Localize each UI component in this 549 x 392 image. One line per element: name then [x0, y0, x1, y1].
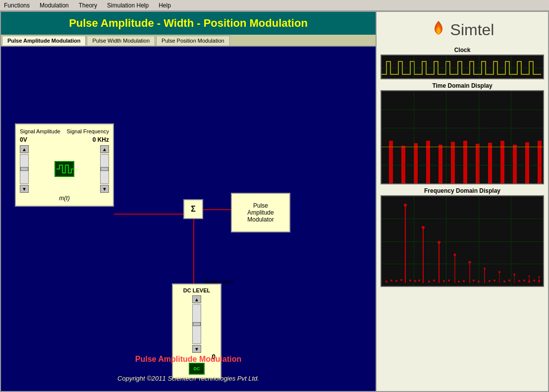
- svg-rect-8: [488, 143, 492, 184]
- amplitude-down-btn[interactable]: ▼: [20, 185, 29, 193]
- menu-theory[interactable]: Theory: [77, 1, 99, 9]
- pam-bottom-label: Pulse Amplitude Modulation: [1, 355, 376, 364]
- svg-point-14: [404, 204, 407, 207]
- frequency-down-btn[interactable]: ▼: [100, 185, 109, 193]
- frequency-value: 0 KHz: [93, 136, 109, 143]
- svg-point-33: [409, 280, 411, 281]
- amplitude-slider[interactable]: ▲ ▼: [20, 145, 29, 193]
- svg-point-34: [414, 280, 416, 282]
- osc-waveform: [55, 162, 73, 176]
- svg-point-49: [523, 280, 525, 281]
- svg-rect-12: [538, 141, 542, 184]
- mt-label: m(t): [20, 195, 109, 202]
- dc-icon: DC: [189, 363, 205, 375]
- svg-point-45: [494, 280, 495, 281]
- dc-up-btn[interactable]: ▲: [192, 295, 201, 303]
- tab-bar: Pulse Amplitude Modulation Pulse Width M…: [1, 35, 376, 47]
- svg-point-57: [539, 277, 540, 278]
- simtel-logo: Simtel: [381, 16, 544, 44]
- svg-point-39: [448, 280, 450, 281]
- svg-point-36: [428, 280, 430, 282]
- simtel-flame-icon: [431, 20, 446, 40]
- pam-modulator-box: Pulse Amplitude Modulator: [231, 193, 290, 232]
- freq-domain-screen: [381, 195, 544, 287]
- svg-point-48: [518, 280, 520, 282]
- frequency-track[interactable]: [100, 154, 109, 184]
- svg-point-55: [529, 276, 530, 277]
- svg-point-16: [422, 226, 425, 229]
- wire-sum-to-pam: [203, 209, 231, 210]
- svg-point-37: [433, 280, 435, 281]
- svg-rect-2: [414, 143, 418, 184]
- freq-domain-waveform: [382, 196, 543, 287]
- amplitude-value: 0V: [20, 136, 27, 143]
- svg-point-47: [508, 280, 510, 281]
- dc-down-btn[interactable]: ▼: [192, 345, 201, 353]
- dc-level-title: DC LEVEL: [176, 287, 218, 293]
- oscilloscope-icon: [55, 161, 74, 177]
- freq-domain-label: Frequency Domain Display: [381, 187, 544, 194]
- wire-source-to-sum: [114, 214, 183, 215]
- title-bar: Pulse Amplitude - Width - Position Modul…: [1, 12, 376, 35]
- svg-point-32: [400, 279, 402, 281]
- svg-point-35: [418, 280, 420, 281]
- menu-functions[interactable]: Functions: [2, 1, 32, 9]
- svg-point-30: [390, 280, 392, 281]
- frequency-slider[interactable]: ▲ ▼: [100, 145, 109, 193]
- svg-point-26: [498, 271, 500, 273]
- svg-point-46: [503, 280, 505, 282]
- tab-pam[interactable]: Pulse Amplitude Modulation: [2, 36, 86, 46]
- time-domain-waveform: [382, 91, 543, 184]
- clock-label: Clock: [381, 47, 544, 54]
- wire-dc-to-sum: [193, 219, 194, 283]
- tab-pwm[interactable]: Pulse Width Modulation: [87, 36, 155, 46]
- clock-waveform: [382, 56, 543, 79]
- svg-point-42: [473, 280, 475, 281]
- svg-point-41: [463, 280, 465, 282]
- dc-level-box: DC LEVEL ▲ ▼ 0 DC: [172, 283, 221, 379]
- svg-point-44: [489, 280, 491, 282]
- time-domain-section: Time Domain Display: [381, 82, 544, 184]
- tab-ppm[interactable]: Pulse Position Modulation: [156, 36, 230, 46]
- simtel-text: Simtel: [450, 21, 494, 39]
- dc-track[interactable]: [192, 304, 201, 344]
- amplitude-up-btn[interactable]: ▲: [20, 145, 29, 153]
- clock-screen: [381, 55, 544, 79]
- right-panel: Simtel Clock Time Domain Display: [377, 11, 549, 392]
- menu-help[interactable]: Help: [157, 1, 173, 9]
- svg-point-22: [469, 261, 471, 264]
- svg-point-28: [513, 274, 515, 276]
- svg-point-31: [395, 280, 397, 282]
- svg-point-38: [443, 280, 445, 282]
- svg-point-20: [454, 254, 456, 256]
- svg-point-40: [458, 280, 460, 282]
- frequency-label: Signal Frequency: [66, 128, 109, 134]
- signal-source-box: Signal Amplitude Signal Frequency 0V 0 K…: [15, 123, 114, 207]
- sum-symbol: Σ: [191, 205, 196, 214]
- svg-point-29: [385, 280, 387, 282]
- left-panel: Pulse Amplitude - Width - Position Modul…: [0, 11, 377, 392]
- svg-rect-3: [426, 141, 430, 184]
- freq-domain-section: Frequency Domain Display: [381, 187, 544, 287]
- amplitude-track[interactable]: [20, 154, 29, 184]
- svg-rect-6: [463, 141, 467, 184]
- svg-rect-7: [476, 144, 480, 184]
- time-domain-screen: [381, 90, 544, 184]
- sum-block: Σ: [183, 199, 203, 219]
- menu-simulation-help[interactable]: Simulation Help: [105, 1, 151, 9]
- svg-rect-0: [389, 141, 393, 184]
- main-container: Pulse Amplitude - Width - Position Modul…: [0, 11, 549, 392]
- clock-section: Clock: [381, 47, 544, 79]
- frequency-up-btn[interactable]: ▲: [100, 145, 109, 153]
- svg-point-51: [533, 280, 535, 281]
- pam-box-label: Pulse Amplitude Modulator: [247, 202, 274, 223]
- copyright-text: Copyright ©2011 Scientech Technologies P…: [1, 375, 376, 382]
- amplitude-label: Signal Amplitude: [20, 128, 60, 134]
- page-title: Pulse Amplitude - Width - Position Modul…: [69, 17, 308, 29]
- svg-rect-5: [451, 142, 455, 184]
- svg-rect-11: [525, 142, 529, 184]
- svg-point-24: [484, 268, 486, 270]
- svg-rect-9: [500, 141, 504, 184]
- time-domain-label: Time Domain Display: [381, 82, 544, 89]
- menu-modulation[interactable]: Modulation: [38, 1, 71, 9]
